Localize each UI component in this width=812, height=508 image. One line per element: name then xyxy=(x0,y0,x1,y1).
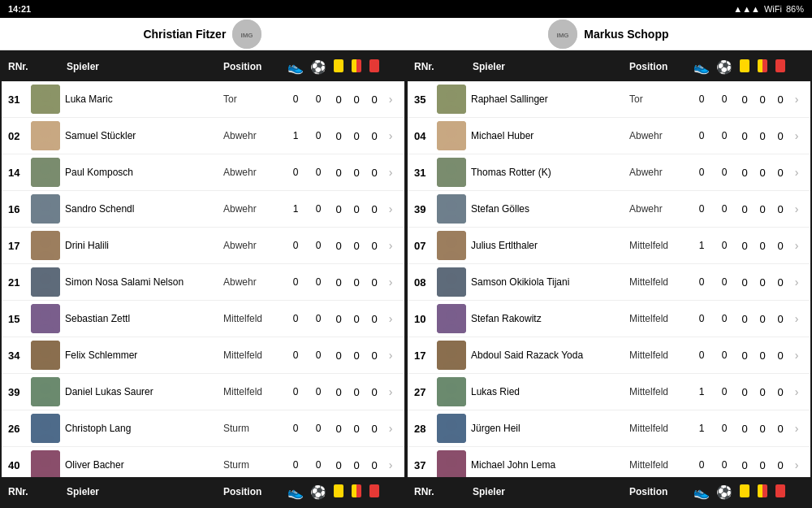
svg-point-53 xyxy=(446,273,457,284)
table-row[interactable]: 26 Christoph Lang Sturm 0 0 0 0 0 › xyxy=(2,410,404,447)
avatar xyxy=(437,267,466,297)
table-row[interactable]: 39 Stefan Gölles Abwehr 0 0 0 0 0 › xyxy=(408,191,810,228)
table-row[interactable]: 21 Simon Nosa Salami Nelson Abwehr 0 0 0… xyxy=(2,264,404,301)
yellow-red-stat: 0 xyxy=(348,130,365,142)
player-position: Abwehr xyxy=(223,130,284,141)
left-scroll-area[interactable]: 31 Luka Maric Tor 0 0 0 0 0 › 02 Samuel … xyxy=(2,81,404,477)
table-row[interactable]: 31 Thomas Rotter (K) Abwehr 0 0 0 0 0 › xyxy=(408,154,810,191)
chevron-right-icon[interactable]: › xyxy=(383,202,398,215)
goals-stat: 0 xyxy=(690,350,713,361)
chevron-right-icon[interactable]: › xyxy=(789,276,804,289)
chevron-right-icon[interactable]: › xyxy=(789,202,804,215)
avatar xyxy=(437,341,466,370)
chevron-right-icon[interactable]: › xyxy=(383,166,398,179)
avatar xyxy=(31,450,60,477)
chevron-right-icon[interactable]: › xyxy=(383,385,398,398)
chevron-right-icon[interactable]: › xyxy=(789,458,804,471)
table-row[interactable]: 16 Sandro Schendl Abwehr 1 0 0 0 0 › xyxy=(2,191,404,228)
player-position: Mittelfeld xyxy=(629,423,690,434)
chevron-right-icon[interactable]: › xyxy=(789,385,804,398)
player-number: 17 xyxy=(8,240,31,252)
chevron-right-icon[interactable]: › xyxy=(383,93,398,106)
assists-stat: 0 xyxy=(307,386,330,397)
chevron-right-icon[interactable]: › xyxy=(383,312,398,325)
chevron-right-icon[interactable]: › xyxy=(789,239,804,252)
chevron-right-icon[interactable]: › xyxy=(383,276,398,289)
right-bottom-header: RNr. Spieler Position 👟 ⚽ xyxy=(408,477,810,506)
table-row[interactable]: 02 Samuel Stückler Abwehr 1 0 0 0 0 › xyxy=(2,118,404,154)
player-number: 15 xyxy=(8,313,31,325)
right-scroll-area[interactable]: 35 Raphael Sallinger Tor 0 0 0 0 0 › 04 … xyxy=(408,81,810,477)
svg-point-32 xyxy=(40,419,51,431)
player-position: Abwehr xyxy=(223,203,284,215)
table-row[interactable]: 35 Raphael Sallinger Tor 0 0 0 0 0 › xyxy=(408,81,810,118)
svg-text:IMG: IMG xyxy=(241,32,253,39)
table-row[interactable]: 04 Michael Huber Abwehr 0 0 0 0 0 › xyxy=(408,118,810,154)
left-header-yellow xyxy=(330,59,348,75)
chevron-right-icon[interactable]: › xyxy=(383,458,398,471)
svg-point-5 xyxy=(40,90,51,102)
red-stat: 0 xyxy=(771,93,789,106)
table-row[interactable]: 39 Daniel Lukas Saurer Mittelfeld 0 0 0 … xyxy=(2,374,404,410)
chevron-right-icon[interactable]: › xyxy=(383,422,398,435)
red-stat: 0 xyxy=(771,167,789,179)
table-row[interactable]: 37 Michael John Lema Mittelfeld 0 0 0 0 … xyxy=(408,447,810,477)
goals-stat: 1 xyxy=(284,203,307,215)
player-number: 02 xyxy=(8,130,31,142)
player-name: Felix Schlemmer xyxy=(65,350,223,361)
chevron-right-icon[interactable]: › xyxy=(383,239,398,252)
table-row[interactable]: 07 Julius Ertlthaler Mittelfeld 1 0 0 0 … xyxy=(408,228,810,264)
left-bottom-player: Spieler xyxy=(67,486,223,497)
chevron-right-icon[interactable]: › xyxy=(789,166,804,179)
chevron-right-icon[interactable]: › xyxy=(789,349,804,362)
chevron-right-icon[interactable]: › xyxy=(383,129,398,142)
player-name: Thomas Rotter (K) xyxy=(471,167,629,178)
player-name: Lukas Ried xyxy=(471,386,629,397)
left-table-header: RNr. Spieler Position 👟 ⚽ xyxy=(2,52,404,81)
player-number: 31 xyxy=(8,93,31,106)
red-stat: 0 xyxy=(771,423,789,435)
table-row[interactable]: 34 Felix Schlemmer Mittelfeld 0 0 0 0 0 … xyxy=(2,337,404,374)
table-row[interactable]: 15 Sebastian Zettl Mittelfeld 0 0 0 0 0 … xyxy=(2,301,404,337)
assists-stat: 0 xyxy=(307,423,330,434)
yellow-stat: 0 xyxy=(736,313,754,325)
table-row[interactable]: 28 Jürgen Heil Mittelfeld 1 0 0 0 0 › xyxy=(408,410,810,447)
status-right: ▲▲▲ WiFi 86% xyxy=(733,4,804,14)
player-number: 37 xyxy=(414,459,437,471)
assists-stat: 0 xyxy=(307,276,330,288)
right-header-position: Position xyxy=(629,61,690,72)
svg-point-35 xyxy=(40,456,51,467)
yellow-stat: 0 xyxy=(736,203,754,215)
player-position: Abwehr xyxy=(223,276,284,288)
player-position: Abwehr xyxy=(629,203,690,215)
svg-point-47 xyxy=(446,200,457,211)
chevron-right-icon[interactable]: › xyxy=(789,422,804,435)
yellow-stat: 0 xyxy=(736,93,754,106)
table-row[interactable]: 10 Stefan Rakowitz Mittelfeld 0 0 0 0 0 … xyxy=(408,301,810,337)
table-row[interactable]: 08 Samson Okikiola Tijani Mittelfeld 0 0… xyxy=(408,264,810,301)
left-bottom-header: RNr. Spieler Position 👟 ⚽ xyxy=(2,477,404,506)
assists-stat: 0 xyxy=(307,167,330,178)
table-row[interactable]: 17 Abdoul Said Razack Yoda Mittelfeld 0 … xyxy=(408,337,810,374)
svg-point-41 xyxy=(446,127,457,138)
chevron-right-icon[interactable]: › xyxy=(789,93,804,106)
table-row[interactable]: 27 Lukas Ried Mittelfeld 1 0 0 0 0 › xyxy=(408,374,810,410)
chevron-right-icon[interactable]: › xyxy=(383,349,398,362)
assists-stat: 0 xyxy=(713,423,736,434)
table-row[interactable]: 14 Paul Komposch Abwehr 0 0 0 0 0 › xyxy=(2,154,404,191)
left-team-name: Christian Fitzer xyxy=(143,28,226,41)
svg-point-17 xyxy=(40,237,51,248)
yellow-red-stat: 0 xyxy=(348,167,365,179)
right-header-player: Spieler xyxy=(473,61,629,72)
svg-point-20 xyxy=(40,273,51,284)
table-row[interactable]: 31 Luka Maric Tor 0 0 0 0 0 › xyxy=(2,81,404,118)
table-row[interactable]: 40 Oliver Bacher Sturm 0 0 0 0 0 › xyxy=(2,447,404,477)
chevron-right-icon[interactable]: › xyxy=(789,312,804,325)
chevron-right-icon[interactable]: › xyxy=(789,129,804,142)
red-stat: 0 xyxy=(771,240,789,252)
player-number: 31 xyxy=(414,167,437,179)
yellow-red-stat: 0 xyxy=(754,313,771,325)
left-header-player: Spieler xyxy=(67,61,223,72)
table-row[interactable]: 17 Drini Halili Abwehr 0 0 0 0 0 › xyxy=(2,228,404,264)
right-team-photo: IMG xyxy=(548,20,577,49)
